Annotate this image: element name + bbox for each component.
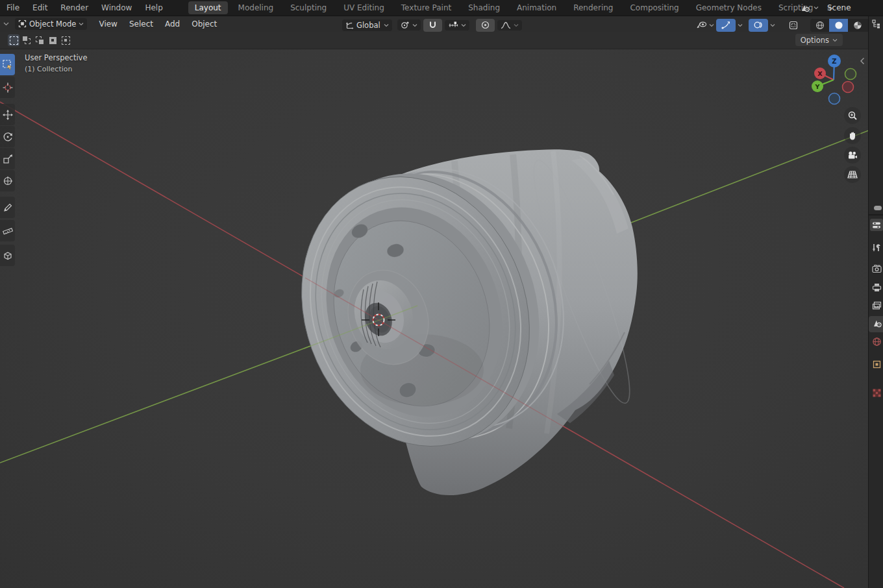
workspace-tab-shading[interactable]: Shading xyxy=(462,1,506,14)
tab-object-properties[interactable] xyxy=(872,360,882,370)
snap-target-dropdown[interactable] xyxy=(445,20,469,31)
shading-material-button[interactable] xyxy=(848,19,867,32)
gizmos-icon xyxy=(721,21,730,29)
select-mode-subtract[interactable] xyxy=(34,34,45,46)
zoom-button[interactable] xyxy=(844,107,861,124)
tab-render-properties[interactable] xyxy=(872,264,882,275)
menu-select[interactable]: Select xyxy=(124,19,158,29)
menu-file[interactable]: File xyxy=(0,0,26,16)
tool-add-cube[interactable] xyxy=(0,245,15,266)
tool-measure[interactable] xyxy=(0,220,15,241)
snap-magnet-icon xyxy=(429,21,437,29)
tab-tool-properties[interactable] xyxy=(872,243,882,253)
viewport-canvas[interactable] xyxy=(0,49,869,588)
workspace-tab-animation[interactable]: Animation xyxy=(510,1,563,14)
camera-view-button[interactable] xyxy=(844,147,861,164)
proportional-falloff-dropdown[interactable] xyxy=(497,20,522,31)
tab-view-layer-properties[interactable] xyxy=(872,301,882,312)
tool-cursor[interactable] xyxy=(0,77,15,98)
outliner-editor-icon[interactable] xyxy=(872,19,882,30)
tool-transform[interactable] xyxy=(0,170,15,191)
tab-world-properties[interactable] xyxy=(872,337,882,347)
menu-add[interactable]: Add xyxy=(160,19,185,29)
menu-window[interactable]: Window xyxy=(95,0,138,16)
select-mode-invert[interactable] xyxy=(47,34,58,46)
workspace-tab-geometry-nodes[interactable]: Geometry Nodes xyxy=(690,1,768,14)
oil-filter-model[interactable] xyxy=(265,139,645,495)
snap-target-icon xyxy=(448,21,458,29)
tab-output-properties[interactable] xyxy=(872,283,882,293)
topbar: File Edit Render Window Help Layout Mode… xyxy=(0,0,883,16)
workspace-tab-modeling[interactable]: Modeling xyxy=(232,1,280,14)
transform-orientation-dropdown[interactable]: Global xyxy=(342,19,392,31)
overlays-toggle[interactable] xyxy=(749,19,768,32)
tool-scale[interactable] xyxy=(0,148,15,169)
gizmo-axis-neg-x[interactable] xyxy=(843,82,854,93)
gizmo-axis-y[interactable]: Y xyxy=(812,80,823,92)
menu-edit[interactable]: Edit xyxy=(26,0,54,16)
properties-strip xyxy=(868,16,883,588)
proportional-falloff-icon xyxy=(501,21,511,29)
scene-icon xyxy=(800,3,810,12)
navigation-gizmo[interactable]: Z X Y xyxy=(799,49,869,114)
scene-selector[interactable]: Scene xyxy=(800,0,851,16)
options-dropdown[interactable]: Options xyxy=(795,34,843,46)
scene-name: Scene xyxy=(827,3,851,12)
workspace-tabs: Layout Modeling Sculpting UV Editing Tex… xyxy=(186,1,839,14)
viewport-3d[interactable]: User Perspective (1) Collection xyxy=(0,49,869,588)
workspace-tab-uv-editing[interactable]: UV Editing xyxy=(337,1,391,14)
svg-text:Y: Y xyxy=(815,83,820,90)
viewport-header: Object Mode View Select Add Object Globa… xyxy=(0,16,869,32)
select-mode-extend[interactable] xyxy=(21,34,32,46)
workspace-tab-compositing[interactable]: Compositing xyxy=(623,1,685,14)
menu-view[interactable]: View xyxy=(93,19,122,29)
options-label: Options xyxy=(801,36,829,45)
object-mode-icon xyxy=(18,19,27,28)
toggle-ortho-button[interactable] xyxy=(844,166,861,183)
gizmo-axis-z[interactable]: Z xyxy=(828,55,841,67)
overlays-icon xyxy=(754,21,764,29)
proportional-editing-toggle[interactable] xyxy=(476,19,495,32)
sidebar-collapse-icon[interactable] xyxy=(860,57,865,65)
tool-annotate[interactable] xyxy=(0,197,15,218)
select-mode-set[interactable] xyxy=(8,34,19,46)
workspace-tab-rendering[interactable]: Rendering xyxy=(567,1,619,14)
menu-help[interactable]: Help xyxy=(138,0,169,16)
proportional-editing-icon xyxy=(481,21,490,29)
editor-type-chevron-icon[interactable] xyxy=(1,21,11,26)
properties-editor-icon[interactable] xyxy=(870,219,883,231)
workspace-tab-layout[interactable]: Layout xyxy=(188,1,228,14)
tab-scene-properties[interactable] xyxy=(872,319,882,329)
y-axis-line-right xyxy=(628,130,869,224)
gizmos-toggle[interactable] xyxy=(716,19,736,32)
tool-move[interactable] xyxy=(0,104,15,125)
tool-select-box[interactable] xyxy=(0,54,15,75)
tool-settings-bar: Options xyxy=(0,32,869,49)
gizmo-axis-neg-y[interactable] xyxy=(845,69,856,80)
menu-render[interactable]: Render xyxy=(54,0,95,16)
select-mode-intersect[interactable] xyxy=(60,34,71,46)
transform-orientation-icon xyxy=(345,21,354,29)
shading-solid-button[interactable] xyxy=(829,19,848,32)
tool-rotate[interactable] xyxy=(0,126,15,147)
outliner-scrollbar[interactable] xyxy=(874,206,882,210)
editor-divider[interactable] xyxy=(869,214,883,215)
tab-texture-properties[interactable] xyxy=(872,388,882,398)
shading-wireframe-button[interactable] xyxy=(810,19,829,32)
view-perspective-label: User Perspective xyxy=(25,53,87,62)
snap-toggle[interactable] xyxy=(423,19,442,32)
active-collection-label: (1) Collection xyxy=(25,65,73,73)
mode-dropdown[interactable]: Object Mode xyxy=(15,18,87,30)
pan-hand-button[interactable] xyxy=(844,127,861,144)
workspace-tab-sculpting[interactable]: Sculpting xyxy=(284,1,333,14)
xray-toggle[interactable] xyxy=(784,19,803,32)
object-visibility-icon xyxy=(696,21,708,30)
menu-object[interactable]: Object xyxy=(186,19,222,29)
object-visibility-dropdown[interactable] xyxy=(696,17,714,33)
svg-text:Z: Z xyxy=(832,58,836,65)
chevron-down-icon xyxy=(814,6,819,10)
workspace-tab-texture-paint[interactable]: Texture Paint xyxy=(395,1,458,14)
gizmo-axis-x[interactable]: X xyxy=(814,67,826,79)
gizmo-axis-neg-z[interactable] xyxy=(829,93,840,104)
pivot-point-dropdown[interactable] xyxy=(397,19,421,31)
